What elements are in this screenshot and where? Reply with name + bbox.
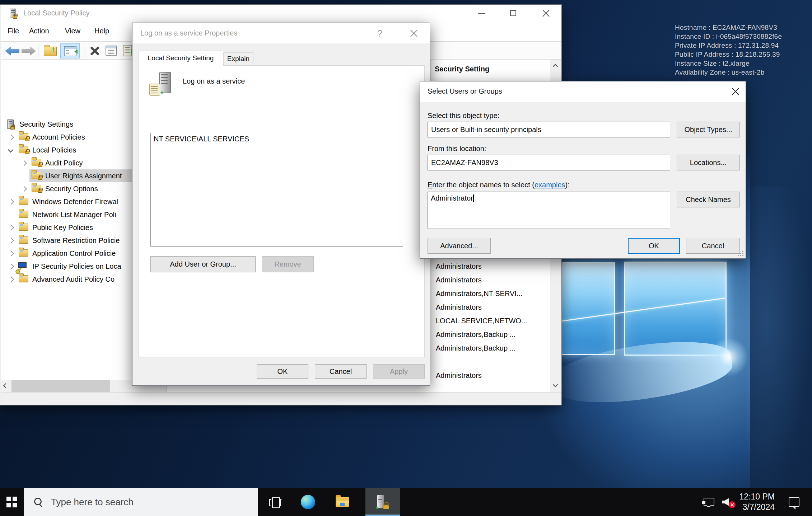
maximize-button[interactable] (505, 5, 522, 21)
search-input[interactable] (51, 497, 238, 508)
chevron-right-icon[interactable] (9, 135, 14, 140)
select-dialog-titlebar[interactable]: Select Users or Groups (420, 81, 746, 102)
cancel-button[interactable]: Cancel (315, 364, 367, 379)
members-listbox[interactable]: NT SERVICE\ALL SERVICES (150, 133, 403, 247)
tree-item-security-settings[interactable]: Security Settings (19, 118, 73, 131)
locations-button[interactable]: Locations... (677, 155, 740, 170)
list-row[interactable]: Administrators,Backup ... (436, 341, 515, 355)
scroll-left-button[interactable] (1, 380, 9, 392)
text-cursor (473, 194, 474, 202)
tree-item-software-restriction-policies[interactable]: Software Restriction Policie (32, 234, 120, 247)
back-icon[interactable] (5, 46, 19, 56)
network-tray-button[interactable] (697, 488, 719, 516)
up-one-level-icon[interactable]: ↑ (44, 47, 57, 56)
tree-item-windows-defender-firewall[interactable]: Windows Defender Firewal (32, 195, 118, 208)
file-explorer-button[interactable] (331, 488, 354, 516)
delete-icon[interactable] (90, 46, 100, 56)
secpol-taskbar-button[interactable] (365, 488, 400, 516)
add-user-or-group-button[interactable]: Add User or Group... (150, 256, 256, 272)
task-view-button[interactable] (264, 488, 287, 516)
tree-item-network-list-manager[interactable]: Network List Manager Poli (32, 208, 116, 221)
forward-icon[interactable] (22, 46, 36, 56)
action-center-button[interactable] (783, 488, 806, 516)
tree-item-security-options[interactable]: Security Options (45, 182, 98, 195)
export-list-icon[interactable] (123, 45, 132, 56)
menu-help[interactable]: Help (92, 22, 111, 40)
network-icon (702, 498, 714, 506)
folder-icon (19, 211, 28, 218)
scroll-down-button[interactable] (550, 380, 561, 392)
menu-file[interactable]: File (5, 22, 21, 40)
logon-service-properties-dialog: Log on as a service Properties ? Local S… (132, 23, 430, 386)
list-row[interactable]: Administrators (436, 273, 482, 287)
ipsec-monitor-key-icon (18, 262, 27, 270)
menu-action[interactable]: Action (27, 22, 51, 40)
chevron-right-icon[interactable] (9, 277, 14, 282)
scrollbar-thumb[interactable] (11, 380, 110, 392)
cancel-button[interactable]: Cancel (686, 238, 740, 254)
apply-button[interactable]: Apply (373, 364, 425, 379)
tree-item-local-policies[interactable]: Local Policies (32, 144, 76, 156)
tree-item-user-rights-assignment[interactable]: User Rights Assignment (45, 169, 122, 182)
start-button[interactable] (0, 488, 24, 516)
chevron-right-icon[interactable] (9, 238, 14, 244)
dialog-title: Select Users or Groups (428, 87, 502, 95)
chevron-right-icon[interactable] (22, 186, 27, 192)
dialog-close-icon[interactable] (727, 84, 744, 99)
window-title: Local Security Policy (23, 9, 90, 17)
mmc-titlebar[interactable]: Local Security Policy (0, 5, 561, 22)
column-header-security-setting[interactable]: Security Setting (435, 65, 489, 73)
chevron-right-icon[interactable] (9, 199, 14, 205)
list-row[interactable]: Administrators,Backup ... (436, 328, 515, 341)
tree-item-account-policies[interactable]: Account Policies (32, 131, 85, 144)
tab-local-security-setting[interactable]: Local Security Setting (138, 51, 223, 66)
chevron-right-icon[interactable] (9, 225, 14, 231)
tab-explain[interactable]: Explain (223, 52, 253, 65)
chevron-down-icon[interactable] (8, 147, 14, 153)
object-type-field[interactable]: Users or Built-in security principals (428, 122, 670, 137)
scroll-up-button[interactable] (550, 60, 561, 72)
volume-tray-button[interactable] (718, 488, 738, 516)
help-icon[interactable]: ? (372, 25, 388, 41)
tree-item-advanced-audit-policy[interactable]: Advanced Audit Policy Co (32, 273, 115, 286)
list-row[interactable]: Administrators (436, 300, 482, 314)
ec2-instance-id: Instance ID : i-065a48f5730882f6e (675, 32, 808, 41)
object-types-button[interactable]: Object Types... (677, 122, 740, 137)
listbox-item[interactable]: NT SERVICE\ALL SERVICES (154, 135, 249, 143)
chevron-right-icon[interactable] (9, 264, 14, 269)
list-row[interactable]: Administrators,NT SERVI... (436, 287, 523, 300)
list-row[interactable]: Administrators (436, 259, 482, 273)
examples-link[interactable]: examples (535, 181, 565, 189)
ok-button[interactable]: OK (257, 364, 308, 379)
tree-item-audit-policy[interactable]: Audit Policy (45, 156, 83, 169)
resize-grip[interactable] (737, 250, 746, 258)
check-names-button[interactable]: Check Names (677, 192, 740, 207)
ok-button[interactable]: OK (628, 238, 680, 254)
chevron-right-icon[interactable] (22, 160, 27, 166)
remove-button[interactable]: Remove (262, 256, 314, 272)
minimize-button[interactable] (473, 5, 490, 21)
close-button[interactable] (538, 5, 554, 21)
tree-item-application-control-policies[interactable]: Application Control Policie (32, 247, 116, 260)
taskbar-clock[interactable]: 12:10 PM 3/7/2024 (739, 488, 775, 516)
menu-view[interactable]: View (63, 22, 83, 40)
list-row[interactable]: Administrators (436, 369, 482, 382)
list-row[interactable]: LOCAL SERVICE,NETWO... (436, 314, 527, 328)
properties-dialog-titlebar[interactable]: Log on as a service Properties ? (132, 23, 430, 43)
tree-item-ip-security-policies[interactable]: IP Security Policies on Loca (32, 260, 121, 273)
chevron-right-icon[interactable] (9, 251, 14, 257)
properties-icon[interactable] (106, 46, 117, 56)
tree-item-public-key-policies[interactable]: Public Key Policies (32, 221, 93, 234)
edge-button[interactable] (297, 488, 319, 516)
file-explorer-icon (336, 497, 349, 507)
location-field[interactable]: EC2AMAZ-FAN98V3 (428, 155, 670, 170)
location-value: EC2AMAZ-FAN98V3 (431, 159, 498, 167)
dialog-close-icon[interactable] (406, 25, 422, 41)
show-console-tree-icon[interactable] (60, 43, 80, 58)
ec2-public-ip: Public IP Address : 18.218.255.39 (675, 50, 808, 59)
object-names-textarea[interactable]: Administrator (428, 192, 670, 229)
folder-icon (19, 275, 28, 282)
advanced-button[interactable]: Advanced... (428, 238, 491, 254)
taskbar-search[interactable] (24, 488, 258, 516)
ec2-instance-info: Hostname : EC2AMAZ-FAN98V3 Instance ID :… (675, 23, 808, 77)
